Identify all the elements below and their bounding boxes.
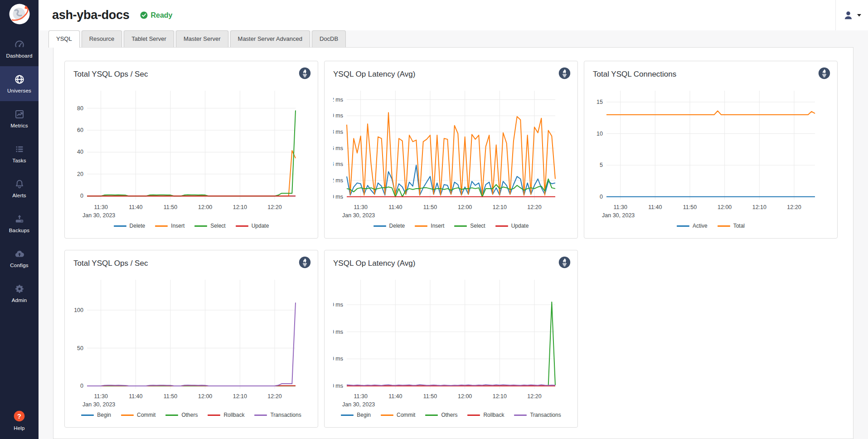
svg-text:11:50: 11:50: [423, 393, 437, 400]
chart-legend: ActiveTotal: [593, 223, 829, 229]
backups-icon: [14, 214, 25, 224]
svg-text:100 ms: 100 ms: [333, 329, 343, 335]
svg-text:Jan 30, 2023: Jan 30, 2023: [82, 401, 115, 408]
legend-item-rollback[interactable]: Rollback: [467, 412, 504, 418]
tab-master-server[interactable]: Master Server: [176, 30, 228, 47]
legend-item-update[interactable]: Update: [495, 223, 529, 229]
app-root: DashboardUniversesMetricsTasksAlertsBack…: [0, 0, 868, 439]
help-icon: ?: [13, 410, 25, 422]
prometheus-icon[interactable]: [299, 67, 311, 79]
chart-card-ysql-latency-txn: YSQL Op Latency (Avg)11:3011:4011:5012:0…: [324, 250, 578, 428]
svg-text:11:50: 11:50: [164, 204, 177, 210]
chart-plot: 11:3011:4011:5012:0012:1012:20020406080J…: [73, 83, 309, 220]
sidebar-item-label: Admin: [12, 298, 27, 303]
prometheus-icon[interactable]: [818, 67, 830, 79]
legend-item-select[interactable]: Select: [194, 223, 225, 229]
prometheus-icon[interactable]: [558, 67, 571, 79]
legend-item-total[interactable]: Total: [718, 223, 745, 229]
svg-text:Jan 30, 2023: Jan 30, 2023: [602, 212, 635, 219]
svg-text:11:40: 11:40: [129, 204, 142, 210]
svg-text:11:40: 11:40: [388, 204, 402, 210]
sidebar-item-metrics[interactable]: Metrics: [0, 101, 39, 136]
sidebar-item-alerts[interactable]: Alerts: [0, 171, 39, 206]
legend-label: Others: [441, 412, 457, 418]
chart-title: YSQL Op Latency (Avg): [333, 69, 569, 79]
svg-text:10: 10: [596, 131, 603, 137]
yugabyte-logo-icon[interactable]: [9, 4, 30, 26]
status-text: Ready: [150, 11, 172, 20]
svg-text:80: 80: [77, 105, 83, 112]
svg-text:4 ms: 4 ms: [333, 161, 343, 167]
svg-text:11:30: 11:30: [94, 393, 107, 400]
legend-item-insert[interactable]: Insert: [415, 223, 444, 229]
svg-text:40: 40: [77, 149, 83, 155]
sidebar-help: ?Help: [13, 406, 25, 434]
tab-resource[interactable]: Resource: [82, 30, 122, 47]
sidebar-item-configs[interactable]: Configs: [0, 241, 39, 276]
universes-icon: [14, 74, 25, 85]
tab-docdb[interactable]: DocDB: [312, 30, 346, 47]
legend-item-select[interactable]: Select: [454, 223, 485, 229]
tab-content-panel: Total YSQL Ops / Sec11:3011:4011:5012:00…: [53, 47, 853, 439]
sidebar-item-dashboard[interactable]: Dashboard: [0, 31, 39, 66]
chart-plot: 11:3011:4011:5012:0012:1012:200 ms2 ms4 …: [333, 83, 569, 220]
user-menu[interactable]: [835, 0, 868, 30]
svg-text:11:50: 11:50: [164, 393, 177, 400]
legend-item-others[interactable]: Others: [165, 412, 198, 418]
svg-text:Jan 30, 2023: Jan 30, 2023: [82, 212, 115, 219]
legend-label: Total: [733, 223, 745, 229]
legend-label: Select: [470, 223, 485, 229]
tab-ysql[interactable]: YSQL: [48, 30, 80, 48]
legend-swatch: [373, 225, 386, 227]
prometheus-icon[interactable]: [299, 256, 311, 268]
sidebar-item-tasks[interactable]: Tasks: [0, 136, 39, 171]
svg-text:12:20: 12:20: [267, 204, 281, 210]
sidebar-item-admin[interactable]: Admin: [0, 276, 39, 311]
legend-item-transactions[interactable]: Transactions: [254, 412, 301, 418]
chart-plot: 11:3011:4011:5012:0012:1012:20050100Jan …: [73, 273, 309, 410]
legend-swatch: [194, 225, 207, 227]
sidebar-item-label: Tasks: [12, 158, 26, 163]
tab-tablet-server[interactable]: Tablet Server: [124, 30, 174, 47]
page-title: ash-yba-docs: [52, 8, 129, 22]
legend-item-delete[interactable]: Delete: [114, 223, 145, 229]
tab-master-server-advanced[interactable]: Master Server Advanced: [230, 30, 310, 47]
chart-title: Total YSQL Ops / Sec: [73, 259, 309, 268]
sidebar-item-help[interactable]: ?Help: [13, 406, 25, 434]
status-badge: Ready: [140, 11, 172, 20]
svg-text:0: 0: [80, 383, 83, 389]
legend-label: Others: [181, 412, 198, 418]
legend-item-commit[interactable]: Commit: [381, 412, 415, 418]
legend-item-active[interactable]: Active: [677, 223, 708, 229]
sidebar-item-label: Help: [14, 425, 24, 431]
legend-item-delete[interactable]: Delete: [373, 223, 405, 229]
svg-text:50 ms: 50 ms: [333, 356, 343, 362]
legend-label: Delete: [389, 223, 405, 229]
legend-item-insert[interactable]: Insert: [155, 223, 184, 229]
legend-swatch: [381, 415, 393, 416]
svg-text:11:40: 11:40: [388, 393, 402, 400]
svg-text:60: 60: [77, 127, 83, 133]
legend-item-commit[interactable]: Commit: [121, 412, 155, 418]
svg-text:12:00: 12:00: [198, 204, 212, 210]
metrics-icon: [14, 109, 25, 120]
legend-item-begin[interactable]: Begin: [341, 412, 371, 418]
svg-text:8 ms: 8 ms: [333, 129, 343, 135]
sidebar-item-universes[interactable]: Universes: [0, 66, 39, 101]
legend-swatch: [495, 225, 508, 227]
svg-text:0: 0: [80, 193, 83, 199]
prometheus-icon[interactable]: [558, 256, 571, 268]
svg-text:12:10: 12:10: [233, 204, 247, 210]
legend-swatch: [454, 225, 467, 227]
legend-item-begin[interactable]: Begin: [81, 412, 111, 418]
chart-card-ysql-ops-dml: Total YSQL Ops / Sec11:3011:4011:5012:00…: [64, 61, 318, 239]
sidebar-item-backups[interactable]: Backups: [0, 206, 39, 241]
chart-legend: BeginCommitOthersRollbackTransactions: [333, 412, 569, 418]
legend-item-transactions[interactable]: Transactions: [514, 412, 561, 418]
legend-item-rollback[interactable]: Rollback: [208, 412, 244, 418]
legend-item-others[interactable]: Others: [425, 412, 457, 418]
legend-label: Update: [252, 223, 269, 229]
alerts-icon: [14, 179, 25, 190]
legend-swatch: [121, 415, 134, 416]
legend-item-update[interactable]: Update: [236, 223, 269, 229]
